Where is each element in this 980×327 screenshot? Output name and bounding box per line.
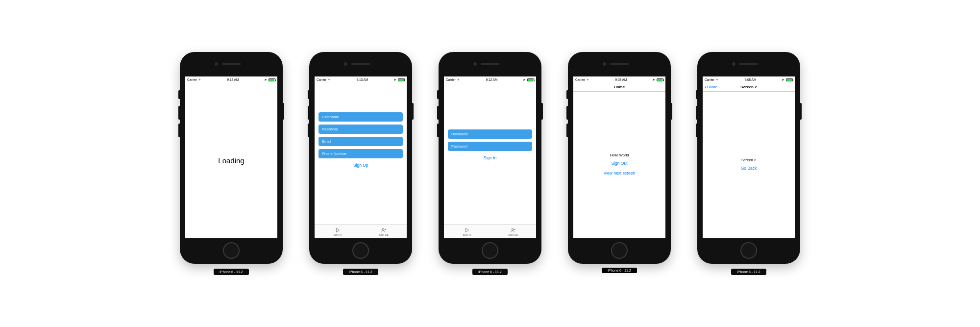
tab-signin-label: Sign In	[463, 233, 471, 236]
device-5: Carrierᯤ 9:08 AM ➤ ‹ Home Screen 2 Scree…	[697, 52, 800, 275]
phone-frame: Carrierᯤ 9:13 AM ➤ Sign Up	[309, 52, 412, 264]
phone-frame: Carrierᯤ 9:08 AM ➤ Home Hello World Sign…	[568, 52, 671, 264]
tab-bar: Sign In Sign Up	[315, 225, 407, 238]
device-1: Carrierᯤ 9:14 AM ➤ Loading iPhone 6 - 11…	[180, 52, 283, 275]
battery-icon	[398, 78, 405, 81]
simulator-label: iPhone 6 - 11.2	[602, 268, 637, 273]
device-2: Carrierᯤ 9:13 AM ➤ Sign Up	[309, 52, 412, 275]
location-icon: ➤	[782, 78, 784, 82]
screen-home: Carrierᯤ 9:08 AM ➤ Home Hello World Sign…	[573, 76, 665, 238]
location-icon: ➤	[523, 78, 526, 82]
carrier-label: Carrier	[705, 78, 714, 81]
svg-point-5	[512, 228, 514, 230]
signup-icon	[511, 227, 516, 233]
location-icon: ➤	[652, 78, 655, 82]
simulator-label: iPhone 6 - 11.2	[343, 269, 378, 275]
signup-icon	[381, 227, 387, 233]
wifi-icon: ᯤ	[198, 78, 202, 81]
signout-button[interactable]: Sign Out	[611, 159, 627, 167]
chevron-left-icon: ‹	[705, 84, 707, 90]
svg-point-1	[382, 228, 384, 230]
home-button[interactable]	[611, 242, 628, 259]
status-bar: Carrierᯤ 9:13 AM ➤	[315, 76, 407, 83]
svg-marker-4	[466, 228, 468, 232]
battery-icon	[786, 78, 793, 81]
wifi-icon: ᯤ	[328, 78, 331, 81]
screen-signin: Carrierᯤ 9:12 AM ➤ Sign In	[444, 76, 536, 238]
carrier-label: Carrier	[575, 78, 585, 81]
simulator-label: iPhone 6 - 11.2	[731, 269, 766, 275]
tab-signin-label: Sign In	[333, 233, 342, 236]
status-bar: Carrierᯤ 9:12 AM ➤	[444, 76, 536, 83]
tab-signup-label: Sign Up	[508, 233, 518, 236]
wifi-icon: ᯤ	[587, 78, 590, 81]
signin-icon	[465, 227, 470, 233]
location-icon: ➤	[393, 78, 396, 82]
home-button[interactable]	[352, 242, 369, 259]
home-button[interactable]	[482, 242, 498, 259]
device-4: Carrierᯤ 9:08 AM ➤ Home Hello World Sign…	[568, 52, 671, 273]
clock: 9:08 AM	[615, 78, 627, 81]
goback-button[interactable]: Go Back	[741, 164, 757, 172]
back-button[interactable]: ‹ Home	[705, 83, 717, 91]
status-bar: Carrierᯤ 9:14 AM ➤	[185, 76, 277, 83]
username-field[interactable]	[318, 112, 403, 122]
tab-signup[interactable]: Sign Up	[361, 225, 407, 238]
clock: 9:14 AM	[227, 78, 239, 81]
email-field[interactable]	[318, 137, 403, 146]
battery-icon	[527, 78, 534, 81]
nav-bar: ‹ Home Screen 2	[703, 83, 795, 92]
nav-title: Screen 2	[740, 85, 757, 89]
phone-frame: Carrierᯤ 9:08 AM ➤ ‹ Home Screen 2 Scree…	[697, 52, 800, 264]
password-field[interactable]	[448, 142, 532, 151]
clock: 9:08 AM	[745, 78, 757, 81]
simulator-label: iPhone 6 - 11.2	[472, 269, 507, 275]
wifi-icon: ᯤ	[457, 78, 461, 81]
tab-bar: Sign In Sign Up	[444, 225, 536, 238]
signin-icon	[335, 227, 341, 233]
clock: 9:12 AM	[486, 78, 498, 81]
battery-icon	[269, 78, 275, 81]
signup-button[interactable]: Sign Up	[353, 161, 368, 169]
back-label: Home	[707, 85, 717, 89]
screen-signup: Carrierᯤ 9:13 AM ➤ Sign Up	[315, 76, 407, 238]
screen-loading: Carrierᯤ 9:14 AM ➤ Loading	[185, 76, 277, 238]
screen-detail: Carrierᯤ 9:08 AM ➤ ‹ Home Screen 2 Scree…	[703, 76, 795, 238]
nav-title: Home	[614, 85, 625, 89]
device-3: Carrierᯤ 9:12 AM ➤ Sign In	[439, 52, 541, 275]
home-button[interactable]	[740, 242, 757, 259]
location-icon: ➤	[264, 78, 267, 82]
tab-signin[interactable]: Sign In	[315, 225, 361, 238]
tab-signup-label: Sign Up	[379, 233, 389, 236]
tab-signup[interactable]: Sign Up	[490, 225, 536, 238]
battery-icon	[657, 78, 663, 81]
nav-bar: Home	[573, 83, 665, 92]
password-field[interactable]	[318, 125, 403, 134]
simulator-label: iPhone 6 - 11.2	[214, 269, 248, 275]
signin-button[interactable]: Sign In	[484, 154, 496, 162]
carrier-label: Carrier	[187, 78, 197, 81]
wifi-icon: ᯤ	[716, 78, 719, 81]
home-button[interactable]	[223, 242, 240, 259]
status-bar: Carrierᯤ 9:08 AM ➤	[703, 76, 795, 83]
carrier-label: Carrier	[446, 78, 456, 81]
phone-frame: Carrierᯤ 9:12 AM ➤ Sign In	[439, 52, 541, 264]
username-field[interactable]	[448, 129, 532, 139]
svg-marker-0	[336, 228, 339, 232]
phone-field[interactable]	[318, 149, 403, 158]
view-next-button[interactable]: View next screen	[604, 169, 636, 177]
carrier-label: Carrier	[317, 78, 326, 81]
status-bar: Carrierᯤ 9:08 AM ➤	[573, 76, 665, 83]
screen-label: Screen 2	[741, 158, 756, 162]
hello-label: Hello World	[610, 153, 629, 157]
tab-signin[interactable]: Sign In	[444, 225, 490, 238]
clock: 9:13 AM	[357, 78, 368, 81]
phone-frame: Carrierᯤ 9:14 AM ➤ Loading	[180, 52, 283, 264]
loading-label: Loading	[218, 156, 244, 165]
